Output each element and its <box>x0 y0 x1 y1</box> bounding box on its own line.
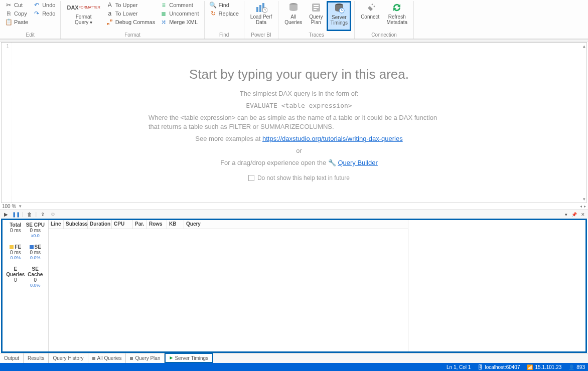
h-scroll-left[interactable]: ◂ <box>580 204 582 209</box>
ribbon: ✂Cut ⎘Copy 📋Paste ↶Undo ↷Redo Edit DAXFO… <box>0 0 588 39</box>
editor-placeholder: Start by typing your query in this area.… <box>149 63 450 203</box>
comment-button[interactable]: ≡Comment <box>158 1 201 10</box>
uncomment-button[interactable]: ≣Uncomment <box>158 10 201 18</box>
panel-pause-icon[interactable]: ❚❚ <box>12 211 20 218</box>
hide-help-checkbox[interactable] <box>248 175 254 181</box>
ribbon-group-connection: Connect RefreshMetadata Connection <box>355 1 414 39</box>
wrench-icon: 🔧 <box>328 159 336 166</box>
col-rows[interactable]: Rows <box>147 220 167 229</box>
tab-query-history[interactable]: Query History <box>49 353 88 363</box>
panel-pin-icon[interactable]: 📌 <box>570 212 578 217</box>
metrics-sidebar: Total 0 ms SE CPU 0 ms x0.0 FE 0 ms 0.0%… <box>3 220 49 351</box>
zoom-level[interactable]: 100 % <box>2 204 16 209</box>
placeholder-line-2: Where the <table expression> can be as s… <box>149 113 450 131</box>
metric-se-cpu: SE CPU 0 ms x0.0 <box>26 222 46 238</box>
placeholder-line-3: See more examples at https://daxstudio.o… <box>149 134 450 143</box>
col-par[interactable]: Par. <box>133 220 147 229</box>
replace-icon: ↻ <box>210 11 217 18</box>
app-root: ✂Cut ⎘Copy 📋Paste ↶Undo ↷Redo Edit DAXFO… <box>0 0 588 371</box>
signal-icon: 📶 <box>527 364 533 370</box>
redo-button[interactable]: ↷Redo <box>31 10 57 18</box>
copy-button[interactable]: ⎘Copy <box>3 10 30 18</box>
to-lower-button[interactable]: aTo Lower <box>104 10 157 18</box>
tutorial-link[interactable]: https://daxstudio.org/tutorials/writing-… <box>262 135 403 142</box>
panel-start-icon[interactable]: ▶ <box>2 211 10 218</box>
all-queries-icon <box>288 2 299 13</box>
refresh-metadata-button[interactable]: RefreshMetadata <box>383 1 410 31</box>
placeholder-line-4: For a drag/drop experience open the 🔧 Qu… <box>149 158 450 167</box>
metric-fe: FE 0 ms 0.0% <box>6 244 26 260</box>
group-label: Format <box>64 31 201 38</box>
cut-button[interactable]: ✂Cut <box>3 1 30 10</box>
line-gutter: 1 <box>2 43 12 203</box>
redo-icon: ↷ <box>33 11 40 18</box>
detail-pane <box>408 220 585 351</box>
zoom-bar: 100 % ▼ ◂ ▸ <box>0 203 588 210</box>
tab-query-plan[interactable]: Query Plan <box>126 353 165 363</box>
grid-body[interactable] <box>49 229 408 351</box>
load-perf-data-button[interactable]: Load PerfData <box>247 1 275 31</box>
server-timings-panel: Total 0 ms SE CPU 0 ms x0.0 FE 0 ms 0.0%… <box>1 219 587 353</box>
all-queries-button[interactable]: AllQueries <box>281 1 305 31</box>
dax-formatter-icon: DAXFORMATTER <box>67 2 100 13</box>
placeholder-or: or <box>149 146 450 155</box>
paste-button[interactable]: 📋Paste <box>3 18 30 27</box>
ribbon-group-powerbi: Load PerfData Power BI <box>244 1 278 39</box>
col-query[interactable]: Query <box>184 220 408 229</box>
status-rowcount: 👤893 <box>568 364 585 370</box>
metric-e-queries: E Queries 0 <box>6 266 26 288</box>
tab-output[interactable]: Output <box>0 353 24 363</box>
se-swatch <box>30 245 34 249</box>
group-label: Power BI <box>247 31 275 38</box>
find-button[interactable]: 🔍Find <box>208 1 241 10</box>
col-cpu[interactable]: CPU <box>112 220 133 229</box>
database-icon: 🗄 <box>478 364 483 370</box>
panel-trash-icon[interactable]: 🗑 <box>26 211 34 218</box>
svg-rect-0 <box>256 7 258 12</box>
format-query-button[interactable]: DAXFORMATTER FormatQuery ▾ <box>64 1 103 31</box>
col-kb[interactable]: KB <box>167 220 184 229</box>
panel-filter-icon[interactable]: ⚙ <box>49 211 57 218</box>
tab-results[interactable]: Results <box>24 353 49 363</box>
col-line[interactable]: Line <box>49 220 64 229</box>
replace-button[interactable]: ↻Replace <box>208 10 241 18</box>
ribbon-group-edit: ✂Cut ⎘Copy 📋Paste ↶Undo ↷Redo Edit <box>0 1 61 39</box>
h-scroll-right[interactable]: ▸ <box>584 204 586 209</box>
panel-close-icon[interactable]: ✕ <box>580 212 586 217</box>
status-version: 📶15.1.101.23 <box>527 364 561 370</box>
panel-export-icon[interactable]: ⇪ <box>39 211 47 218</box>
tab-all-queries[interactable]: All Queries <box>88 353 126 363</box>
scroll-down-arrow[interactable]: ▾ <box>583 197 585 202</box>
to-upper-button[interactable]: ATo Upper <box>104 1 157 10</box>
query-plan-button[interactable]: QueryPlan <box>306 1 326 31</box>
debug-commas-button[interactable]: „”Debug Commas <box>104 18 157 27</box>
col-subclass[interactable]: Subclass <box>64 220 88 229</box>
svg-rect-1 <box>259 5 261 12</box>
hide-help-label: Do not show this help text in future <box>257 174 350 181</box>
pause-indicator-icon <box>130 357 133 360</box>
plug-icon <box>365 2 376 13</box>
metric-se: SE 0 ms 0.0% <box>26 244 46 260</box>
undo-button[interactable]: ↶Undo <box>31 1 57 10</box>
connect-button[interactable]: Connect <box>358 1 382 31</box>
pause-indicator-icon <box>92 357 95 360</box>
panel-dropdown-icon[interactable]: ▾ <box>564 212 568 217</box>
panel-toolbar: ▶ ❚❚ | 🗑 | ⇪ ⚙ ▾ 📌 ✕ <box>0 210 588 219</box>
status-bar: Ln 1, Col 1 🗄localhost:60407 📶15.1.101.2… <box>0 363 588 371</box>
server-timings-icon <box>334 3 345 14</box>
server-timings-button[interactable]: ServerTimings <box>327 1 351 31</box>
query-builder-link[interactable]: Query Builder <box>338 159 377 166</box>
svg-rect-6 <box>314 5 319 6</box>
copy-icon: ⎘ <box>5 11 12 18</box>
commas-icon: „” <box>106 19 113 26</box>
col-duration[interactable]: Duration <box>88 220 112 229</box>
placeholder-code: EVALUATE <table expression> <box>246 102 352 109</box>
tab-server-timings[interactable]: Server Timings <box>165 353 213 363</box>
merge-xml-button[interactable]: ⤭Merge XML <box>158 18 201 27</box>
clipboard-icon: 📋 <box>5 19 12 26</box>
query-editor[interactable]: ▴ Start by typing your query in this are… <box>12 43 586 203</box>
placeholder-line-1: The simplest DAX query is in the form of… <box>149 89 450 98</box>
grid-header: Line Subclass Duration CPU Par. Rows KB … <box>49 220 408 229</box>
scroll-up-arrow[interactable]: ▴ <box>583 44 585 49</box>
zoom-dropdown-arrow[interactable]: ▼ <box>18 204 22 209</box>
